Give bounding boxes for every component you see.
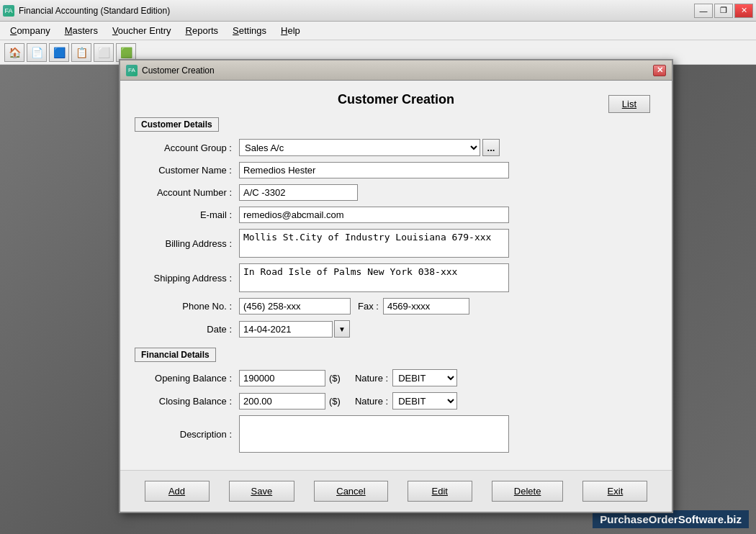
account-number-row: Account Number :: [135, 184, 657, 201]
opening-dollar: ($): [329, 373, 341, 384]
save-button[interactable]: Save: [229, 481, 295, 502]
account-group-select[interactable]: Sales A/c: [239, 139, 480, 156]
menu-settings[interactable]: Settings: [225, 23, 274, 38]
opening-nature-label: Nature :: [355, 373, 392, 384]
app-title: Financial Accounting (Standard Edition): [19, 6, 694, 16]
add-button[interactable]: Add: [145, 481, 210, 502]
toolbar-btn-3[interactable]: 🟦: [49, 43, 69, 62]
opening-nature-select[interactable]: DEBIT CREDIT: [392, 369, 457, 386]
email-input[interactable]: [239, 207, 509, 223]
menu-voucher-entry[interactable]: Voucher Entry: [105, 23, 179, 38]
menu-reports[interactable]: Reports: [179, 23, 226, 38]
list-button-label: List: [622, 99, 636, 109]
close-button[interactable]: ✕: [734, 4, 753, 18]
minimize-button[interactable]: —: [694, 4, 713, 18]
billing-address-input[interactable]: Mollis St.City of Industry Louisiana 679…: [239, 229, 509, 258]
app-icon: FA: [3, 5, 14, 17]
customer-creation-dialog: FA Customer Creation ✕ Customer Creation…: [119, 59, 673, 513]
opening-balance-label: Opening Balance :: [135, 373, 239, 384]
shipping-address-input[interactable]: In Road Isle of Palms New York 038-xxx: [239, 263, 509, 292]
dialog-icon: FA: [126, 65, 138, 76]
account-group-container: Sales A/c ...: [239, 139, 500, 156]
closing-nature-label: Nature :: [355, 396, 392, 407]
customer-name-label: Customer Name :: [135, 165, 239, 176]
dialog-heading: Customer Creation: [135, 92, 657, 107]
phone-label: Phone No. :: [135, 301, 239, 312]
shipping-address-label: Shipping Address :: [135, 273, 239, 284]
description-label: Description :: [135, 429, 239, 440]
dialog-body: Customer Creation List Customer Details …: [120, 81, 672, 470]
toolbar-btn-5[interactable]: ⬜: [94, 43, 114, 62]
shipping-address-row: Shipping Address : In Road Isle of Palms…: [135, 263, 657, 292]
fax-input[interactable]: [383, 298, 469, 314]
toolbar-btn-1[interactable]: 🏠: [4, 43, 24, 62]
date-input[interactable]: [239, 321, 333, 338]
menu-bar: Company Masters Voucher Entry Reports Se…: [0, 22, 756, 40]
account-number-input[interactable]: [239, 184, 358, 201]
phone-fax-row: Phone No. : Fax :: [135, 298, 657, 314]
billing-address-row: Billing Address : Mollis St.City of Indu…: [135, 229, 657, 258]
description-input[interactable]: [239, 415, 509, 453]
dialog-close-button[interactable]: ✕: [653, 65, 666, 76]
add-button-label: Add: [168, 486, 185, 497]
account-number-label: Account Number :: [135, 187, 239, 198]
toolbar-btn-2[interactable]: 📄: [27, 43, 47, 62]
closing-balance-input[interactable]: [239, 393, 325, 409]
opening-balance-input[interactable]: [239, 370, 325, 386]
menu-help[interactable]: Help: [274, 23, 307, 38]
dialog-title: Customer Creation: [142, 65, 653, 76]
opening-balance-row: Opening Balance : ($) Nature : DEBIT CRE…: [135, 369, 657, 386]
exit-button[interactable]: Exit: [582, 481, 647, 502]
fax-label: Fax :: [358, 301, 383, 312]
cancel-button[interactable]: Cancel: [314, 481, 387, 502]
date-container: ▼: [239, 320, 350, 338]
customer-details-header: Customer Details: [135, 117, 219, 132]
toolbar-btn-4[interactable]: 📋: [71, 43, 91, 62]
account-group-label: Account Group :: [135, 142, 239, 153]
dialog-buttons: Add Save Cancel Edit Delete Exit: [120, 470, 672, 512]
description-row: Description :: [135, 415, 657, 453]
date-row: Date : ▼: [135, 320, 657, 338]
customer-name-input[interactable]: [239, 162, 509, 178]
closing-nature-select[interactable]: DEBIT CREDIT: [392, 392, 457, 409]
phone-input[interactable]: [239, 298, 351, 314]
dialog-titlebar: FA Customer Creation ✕: [120, 60, 672, 81]
financial-details-header: Financial Details: [135, 348, 216, 362]
billing-address-label: Billing Address :: [135, 238, 239, 249]
exit-button-label: Exit: [608, 486, 624, 497]
title-bar: FA Financial Accounting (Standard Editio…: [0, 0, 756, 22]
account-group-browse-button[interactable]: ...: [482, 139, 500, 156]
edit-button[interactable]: Edit: [408, 481, 472, 502]
menu-company[interactable]: Company: [3, 23, 58, 38]
customer-name-row: Customer Name :: [135, 162, 657, 178]
menu-masters[interactable]: Masters: [58, 23, 105, 38]
date-label: Date :: [135, 324, 239, 335]
delete-button-label: Delete: [514, 486, 541, 497]
date-picker-button[interactable]: ▼: [334, 320, 350, 338]
closing-balance-label: Closing Balance :: [135, 396, 239, 407]
delete-button[interactable]: Delete: [492, 481, 564, 502]
save-button-label: Save: [251, 486, 273, 497]
email-label: E-mail :: [135, 209, 239, 220]
closing-balance-row: Closing Balance : ($) Nature : DEBIT CRE…: [135, 392, 657, 409]
restore-button[interactable]: ❐: [714, 4, 733, 18]
email-row: E-mail :: [135, 207, 657, 223]
account-group-row: Account Group : Sales A/c ...: [135, 139, 657, 156]
edit-button-label: Edit: [432, 486, 448, 497]
cancel-button-label: Cancel: [336, 486, 365, 497]
window-controls: — ❐ ✕: [694, 4, 753, 18]
list-button[interactable]: List: [608, 95, 650, 113]
closing-dollar: ($): [329, 396, 341, 407]
